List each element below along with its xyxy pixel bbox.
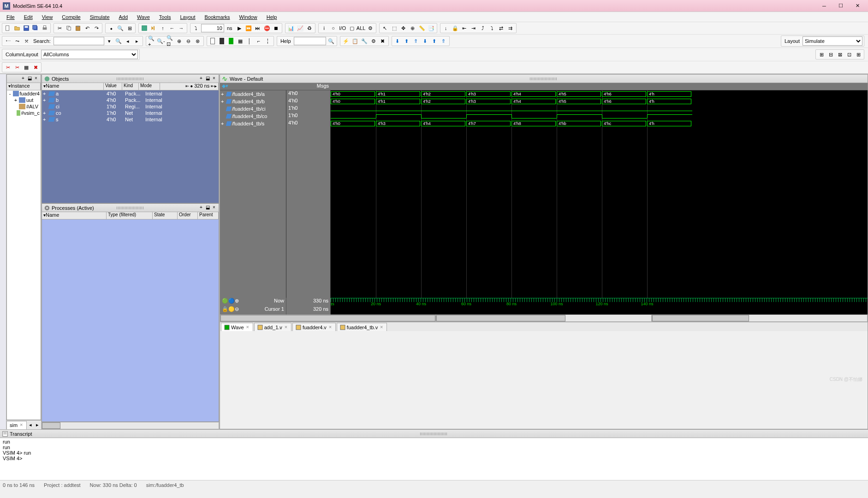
panel-close-icon[interactable]: × <box>211 205 217 211</box>
close-icon[interactable]: × <box>19 423 24 427</box>
wave-canvas[interactable]: 4'h04'h14'h24'h34'h44'h54'h64'h4'h04'h14… <box>331 90 868 298</box>
save-all-icon[interactable] <box>31 24 40 32</box>
wave-hscroll[interactable] <box>652 314 868 322</box>
processes-panel-header[interactable]: Processes (Active) +⬓× <box>42 204 219 212</box>
clear-icon[interactable]: ✖ <box>31 63 40 71</box>
menu-layout[interactable]: Layout <box>177 13 199 21</box>
bookmark-bar-icon[interactable]: 📑 <box>427 24 435 32</box>
help-go-icon[interactable]: 🔍 <box>327 37 335 45</box>
measure-icon[interactable]: 📏 <box>418 24 426 32</box>
layout-select[interactable]: Simulate <box>803 36 862 46</box>
file-tab[interactable]: add_1.v× <box>254 323 291 331</box>
wave-signal-name[interactable]: +/fuadder4_tb/s <box>220 120 286 127</box>
tool1-icon[interactable]: ⚡ <box>342 37 350 45</box>
nav-back-icon[interactable]: ⬸ <box>4 37 12 45</box>
tool3-icon[interactable]: 🔧 <box>360 37 369 45</box>
i-icon[interactable]: i <box>320 24 328 32</box>
settings-icon[interactable]: ⊞ <box>125 24 134 32</box>
search-dropdown-icon[interactable]: ▾ <box>105 37 113 45</box>
panel-add-icon[interactable]: + <box>198 205 204 211</box>
io-icon[interactable]: I/O <box>339 24 347 32</box>
scissors2-icon[interactable]: ✂ <box>13 63 21 71</box>
undo-icon[interactable]: ↶ <box>83 24 91 32</box>
panel-add-icon[interactable]: + <box>20 76 26 82</box>
column-layout-select[interactable]: AllColumns <box>41 50 138 59</box>
restart-icon[interactable] <box>140 24 149 32</box>
edge-prev-icon[interactable]: ⇤ <box>460 24 469 32</box>
dock3-icon[interactable]: ⊠ <box>836 50 844 59</box>
menu-compile[interactable]: Compile <box>58 13 84 21</box>
menu-tools[interactable]: Tools <box>155 13 175 21</box>
copy-icon[interactable] <box>65 24 73 32</box>
wave-step-icon[interactable]: ⌐ <box>255 37 263 45</box>
menu-file[interactable]: File <box>3 13 18 21</box>
search-input[interactable] <box>54 37 104 45</box>
panel-close-icon[interactable]: × <box>33 76 39 82</box>
box-icon[interactable]: ▢ <box>348 24 356 32</box>
wave-signal-name[interactable]: +/fuadder4_tb/a <box>220 90 286 98</box>
tab-scroll-left-icon[interactable]: ◂ <box>27 421 34 429</box>
zoom-last-icon[interactable]: ⊖ <box>184 37 193 45</box>
wave-signal-names[interactable]: +/fuadder4_tb/a+/fuadder4_tb/b/fuadder4_… <box>220 90 286 298</box>
collapse-down-icon[interactable]: ⬇ <box>421 37 429 45</box>
col-kind[interactable]: Kind <box>122 83 139 90</box>
any-edge-icon[interactable]: ⇄ <box>497 24 505 32</box>
wave-grid-icon[interactable]: ▦ <box>236 37 244 45</box>
search-prev-icon[interactable]: ◂ <box>124 37 132 45</box>
close-icon[interactable]: × <box>379 325 384 330</box>
filter-icon[interactable]: ⚙ <box>366 24 375 32</box>
hscroll[interactable] <box>42 422 219 429</box>
continue-icon[interactable]: ⏭ <box>254 24 262 32</box>
object-row[interactable]: ci1'h0Regi...Internal <box>42 103 219 110</box>
col-pname[interactable]: ▾Name <box>42 212 107 219</box>
object-row[interactable]: +s4'h0NetInternal <box>42 116 219 123</box>
objects-panel-header[interactable]: Objects +⬓× <box>42 75 219 83</box>
panel-dock-icon[interactable]: ⬓ <box>27 76 32 82</box>
dock4-icon[interactable]: ⊡ <box>845 50 853 59</box>
redo-icon[interactable]: ↷ <box>92 24 101 32</box>
zoom-cursor-icon[interactable]: ⊕ <box>175 37 184 45</box>
wave-select-icon[interactable]: ◆▾ <box>222 83 228 89</box>
falling-edge-icon[interactable]: ⤵ <box>488 24 496 32</box>
wave-bar3-icon[interactable] <box>227 37 235 45</box>
run-icon[interactable]: ▶ <box>235 24 244 32</box>
cursor-lock-icon[interactable]: 🔒 <box>451 24 459 32</box>
zoom-out-icon[interactable]: 🔍- <box>157 37 165 45</box>
zoom-region-icon[interactable]: ⊕ <box>409 24 417 32</box>
new-file-icon[interactable] <box>4 24 12 32</box>
move-icon[interactable]: ✥ <box>399 24 408 32</box>
zoom-full-icon[interactable]: 🔍⊡ <box>166 37 174 45</box>
wave-panel-header[interactable]: Wave - Default <box>220 75 868 83</box>
rising-edge-icon[interactable]: ⤴ <box>479 24 487 32</box>
close-button[interactable]: ✕ <box>853 2 862 10</box>
paste-icon[interactable] <box>74 24 82 32</box>
menu-wave[interactable]: Wave <box>133 13 154 21</box>
maximize-button[interactable]: ☐ <box>837 2 845 10</box>
tool4-icon[interactable]: ⚙ <box>369 37 378 45</box>
object-row[interactable]: +co1'h0NetInternal <box>42 110 219 116</box>
left-arrow-icon[interactable]: ← <box>168 24 176 32</box>
collapse-up-icon[interactable]: ⬆ <box>430 37 439 45</box>
cut-icon[interactable]: ✂ <box>55 24 64 32</box>
dock5-icon[interactable]: ⊞ <box>854 50 862 59</box>
col-ptype[interactable]: Type (filtered) <box>107 212 153 219</box>
panel-add-icon[interactable]: + <box>198 76 204 82</box>
wave-bar1-icon[interactable] <box>208 37 217 45</box>
chart-icon[interactable]: 📊 <box>287 24 295 32</box>
object-row[interactable]: +a4'h0Pack...Internal <box>42 90 219 97</box>
minimize-button[interactable]: ─ <box>820 2 828 10</box>
wave-signal-name[interactable]: /fuadder4_tb/ci <box>220 105 286 113</box>
expand-full-icon[interactable]: ⇑ <box>412 37 420 45</box>
collapse-full-icon[interactable]: ⇑ <box>440 37 448 45</box>
col-name[interactable]: ▾Name <box>42 83 104 90</box>
find-icon[interactable]: 🔍 <box>116 24 125 32</box>
dock2-icon[interactable]: ⊟ <box>826 50 835 59</box>
step-over-icon[interactable]: ⤵ <box>192 24 200 32</box>
run-all-icon[interactable]: ⏩ <box>244 24 253 32</box>
all-icon[interactable]: ALL <box>357 24 365 32</box>
pointer-icon[interactable]: ↖ <box>381 24 389 32</box>
tool5-icon[interactable]: ✖ <box>379 37 387 45</box>
menu-window[interactable]: Window <box>236 13 261 21</box>
names-hscroll[interactable] <box>220 314 436 322</box>
menu-add[interactable]: Add <box>115 13 132 21</box>
